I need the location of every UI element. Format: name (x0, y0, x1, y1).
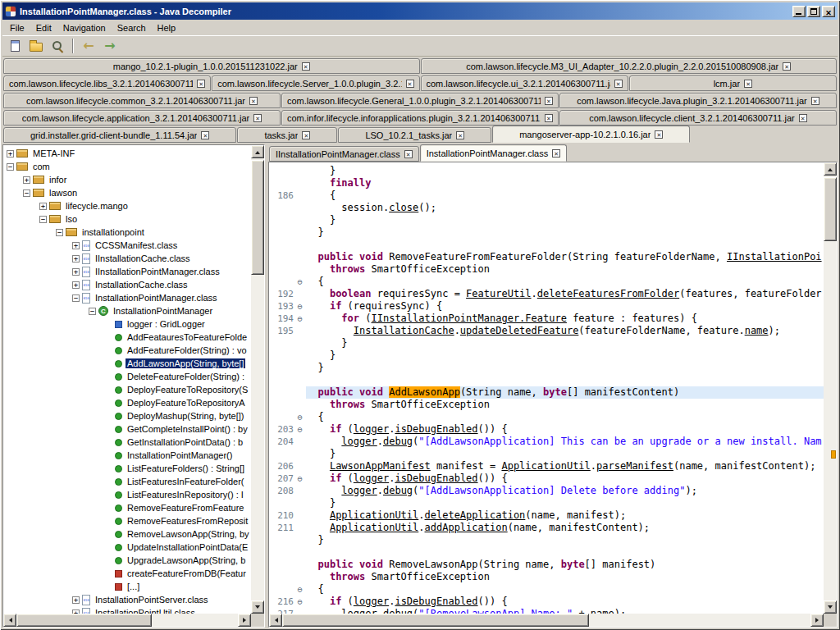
tab-close-icon[interactable]: ✕ (406, 80, 414, 88)
search-occurrence-marker[interactable] (831, 450, 836, 459)
expand-toggle-icon[interactable]: + (39, 203, 47, 210)
tree-item[interactable]: RemoveLawsonApp(String, by (3, 527, 251, 541)
scroll-track[interactable] (824, 176, 837, 600)
expand-toggle-icon[interactable]: + (7, 150, 14, 158)
tab-close-icon[interactable]: ✕ (456, 131, 464, 139)
tree-item[interactable]: −InstallationPointManager.class (3, 291, 251, 304)
scroll-track[interactable] (282, 614, 810, 627)
editor-vertical-scrollbar[interactable] (824, 162, 837, 614)
scroll-track[interactable] (251, 158, 264, 600)
code-reference-link[interactable]: logger (354, 472, 389, 484)
menu-help[interactable]: Help (152, 21, 182, 34)
collapse-toggle-icon[interactable]: − (7, 163, 14, 171)
editor-tab[interactable]: InstallationPointManager.class✕ (420, 144, 568, 162)
tab-close-icon[interactable]: ✕ (404, 150, 413, 158)
scroll-left-button[interactable] (269, 614, 282, 627)
collapse-toggle-icon[interactable]: − (89, 308, 96, 315)
scroll-left-button[interactable] (3, 614, 16, 627)
expand-toggle-icon[interactable]: + (72, 596, 80, 604)
scroll-thumb[interactable] (824, 177, 837, 241)
tab-close-icon[interactable]: ✕ (197, 80, 205, 88)
jar-tab[interactable]: com.lawson.lifecycle.client_3.2.1.201406… (559, 110, 837, 126)
tree-item[interactable]: DeleteFeatureFolder(String) : (3, 370, 251, 383)
expand-toggle-icon[interactable]: + (72, 268, 80, 276)
jar-tab[interactable]: com.lawson.lifecycle.common_3.2.1.201406… (3, 93, 281, 108)
code-reference-link[interactable]: ApplicationUtil (501, 460, 590, 472)
editor-tab[interactable]: IInstallationPointManager.class✕ (269, 146, 419, 162)
tree-item[interactable]: ListFeaturesInFeatureFolder( (3, 475, 251, 488)
scroll-up-button[interactable] (824, 162, 837, 176)
tree-horizontal-scrollbar[interactable] (3, 614, 251, 627)
tree-item[interactable]: GetInstallationPointData() : b (3, 436, 251, 449)
code-reference-link[interactable]: ApplicationUtil (330, 522, 418, 533)
tab-close-icon[interactable]: ✕ (799, 114, 807, 122)
code-reference-link[interactable]: IInstallationPointManager.Feature (372, 313, 567, 324)
code-reference-link[interactable]: close (389, 202, 418, 213)
tab-close-icon[interactable]: ✕ (249, 97, 258, 105)
tab-close-icon[interactable]: ✕ (302, 131, 310, 139)
menu-navigation[interactable]: Navigation (57, 21, 112, 34)
jar-tab[interactable]: mango_10.2.1-plugin_1.0.0.201511231022.j… (3, 58, 420, 74)
fold-marker-icon[interactable]: ⊖ (294, 313, 306, 325)
jar-tab[interactable]: LSO_10.2.1_tasks.jar✕ (338, 127, 491, 143)
fold-marker-icon[interactable]: ⊖ (294, 583, 306, 596)
scroll-thumb[interactable] (16, 614, 152, 627)
code-reference-link[interactable]: name (745, 325, 769, 336)
tree-item[interactable]: AddFeatauresToFeatureFolde (3, 331, 251, 344)
open-folder-button[interactable] (26, 37, 46, 55)
code-reference-link[interactable]: LawsonAppManifest (330, 460, 431, 472)
tab-close-icon[interactable]: ✕ (552, 149, 560, 158)
tab-close-icon[interactable]: ✕ (614, 80, 623, 88)
jar-tab[interactable]: com.lawson.lifecycle.Server_1.0.0.plugin… (212, 75, 419, 91)
tab-close-icon[interactable]: ✕ (201, 131, 209, 139)
tree-item[interactable]: −lawson (3, 186, 251, 199)
code-reference-link[interactable]: addApplication (425, 522, 508, 533)
jar-tab[interactable]: tasks.jar✕ (237, 127, 337, 143)
scroll-track[interactable] (16, 614, 238, 627)
tree-item[interactable]: GetCompleteInstallPoint() : by (3, 422, 251, 436)
jar-tab[interactable]: grid.installer.grid-client-bundle_1.11.5… (3, 127, 236, 143)
jar-tab[interactable]: com.lawson.lifecycle.libs_3.2.1.20140630… (3, 75, 211, 91)
code-reference-link[interactable]: logger (354, 596, 389, 607)
tab-close-icon[interactable]: ✕ (545, 97, 553, 105)
tree-item[interactable]: +IInstallationCache.class (3, 252, 251, 265)
tree-item[interactable]: −com (3, 160, 251, 173)
tab-close-icon[interactable]: ✕ (545, 114, 553, 122)
code-reference-link[interactable]: InstallationCache (354, 325, 454, 336)
back-button[interactable] (79, 37, 98, 55)
menu-search[interactable]: Search (112, 21, 152, 34)
tree-item[interactable]: +InstallationPointUtil.class (3, 606, 251, 614)
code-reference-link[interactable]: updateDeletedFeature (460, 325, 579, 336)
tree-item[interactable]: DeployFeatureToRepositoryA (3, 396, 251, 409)
jar-tab[interactable]: com.lawson.lifecycle.M3_UI_Adapter_10.2.… (421, 58, 838, 74)
tree-item[interactable]: RemoveFeaturesFromReposit (3, 514, 251, 527)
tree-item[interactable]: −lso (3, 212, 251, 226)
code-reference-link[interactable]: isDebugEnabled (395, 596, 477, 607)
tree-vertical-scrollbar[interactable] (251, 145, 264, 614)
tree-item[interactable]: AddLawsonApp(String, byte[] (3, 357, 251, 370)
code-reference-link[interactable]: isDebugEnabled (395, 423, 477, 435)
scroll-right-button[interactable] (810, 614, 824, 627)
code-reference-link[interactable]: deleteApplication (425, 509, 526, 521)
expand-toggle-icon[interactable]: + (72, 255, 80, 262)
tab-close-icon[interactable]: ✕ (655, 130, 663, 139)
tree-item[interactable]: ListFeaturesInRepository() : I (3, 488, 251, 501)
expand-toggle-icon[interactable]: + (23, 176, 30, 184)
scroll-thumb[interactable] (282, 614, 589, 627)
tree-item[interactable]: +IInstallationPointManager.class (3, 265, 251, 278)
code-reference-link[interactable]: deleteFeaturesFromFolder (537, 288, 679, 299)
code-reference-link[interactable]: IInstallationPoi (727, 251, 822, 262)
minimize-button[interactable] (792, 6, 806, 17)
tree-item[interactable]: −InstallationPointManager (3, 304, 251, 317)
jar-tab[interactable]: com.lawson.lifecycle.application_3.2.1.2… (3, 110, 281, 126)
tree-item[interactable]: UpdateInstallationPointData(E (3, 541, 251, 554)
tab-close-icon[interactable]: ✕ (811, 97, 819, 105)
tab-close-icon[interactable]: ✕ (253, 114, 262, 122)
search-button[interactable] (48, 37, 67, 55)
jar-tab[interactable]: com.lawson.lifecycle.Java.plugin_3.2.1.2… (559, 93, 837, 108)
tree-item[interactable]: DeployMashup(String, byte[]) (3, 409, 251, 422)
scroll-down-button[interactable] (251, 600, 264, 614)
tree-item[interactable]: RemoveFeatureFromFeature (3, 501, 251, 514)
scroll-up-button[interactable] (251, 145, 264, 158)
code-reference-link[interactable]: debug (383, 608, 413, 614)
